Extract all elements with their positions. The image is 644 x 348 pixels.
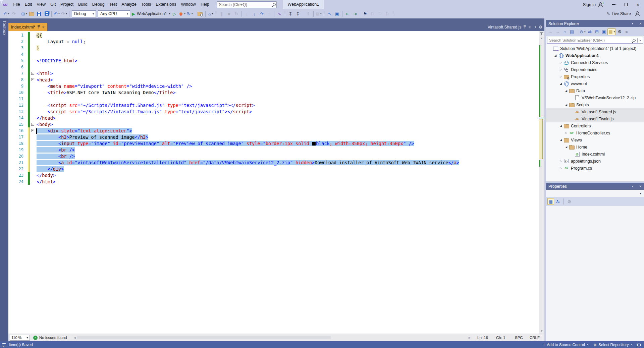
code-line-23[interactable]: 23</body> [8, 172, 539, 178]
horizontal-scrollbar[interactable]: ◀ ▶ [72, 335, 472, 340]
add-to-source-control-button[interactable]: ↑ Add to Source Control ▴ [543, 342, 588, 347]
code-line-24[interactable]: 24</html> [8, 178, 539, 185]
select-repository-button[interactable]: ◈ Select Repository ▴ [593, 342, 632, 347]
code-line-21[interactable]: 21 <a id="vintasoftWebTwainServiceInstal… [8, 159, 539, 166]
tree-item-homecontroller-cs[interactable]: ▷HomeController.cs [546, 129, 644, 136]
dom-inspect-button[interactable]: ▣ [333, 10, 341, 17]
tree-item-program-cs[interactable]: ▷Program.cs [546, 165, 644, 172]
scroll-up-arrow-icon[interactable]: ▲ [539, 36, 544, 41]
code-line-13[interactable]: 13 <script src="~/Scripts/Vintasoft.Twai… [8, 108, 539, 115]
collapsed-arrow-icon[interactable]: ▷ [558, 68, 564, 71]
tab-list-dropdown-icon[interactable]: ▾ [535, 25, 536, 28]
step-out-button[interactable]: ↑ [265, 10, 273, 17]
nav-backward-button[interactable]: ↶▾ [3, 10, 10, 17]
expanded-arrow-icon[interactable]: ◢ [564, 146, 569, 149]
tree-item-index-cshtml[interactable]: Index.cshtml [546, 151, 644, 158]
menu-tools[interactable]: Tools [139, 0, 153, 9]
code-line-3[interactable]: 3} [8, 45, 539, 51]
minimize-button[interactable] [608, 0, 620, 9]
tree-item-data[interactable]: ◢Data [546, 87, 644, 94]
menu-file[interactable]: File [11, 0, 22, 9]
menu-debug[interactable]: Debug [90, 0, 107, 9]
code-line-6[interactable]: 6 [8, 64, 539, 70]
menu-window[interactable]: Window [178, 0, 198, 9]
tree-item-views[interactable]: ◢Views [546, 136, 644, 143]
restart-application-button[interactable]: ↻▾ [186, 10, 194, 17]
menu-project[interactable]: Project [58, 0, 76, 9]
code-line-16[interactable]: 16− <div style="text-align:center"> [8, 127, 539, 134]
hot-reload-button[interactable]: ▾ [178, 10, 186, 17]
tree-item-vintasoft-shared-js[interactable]: Vintasoft.Shared.js [546, 108, 644, 115]
expanded-arrow-icon[interactable]: ◢ [564, 103, 569, 106]
preview-tab-close-icon[interactable]: × [528, 25, 531, 29]
properties-menu-icon[interactable]: ▾ [632, 185, 633, 188]
zoom-level-dropdown[interactable]: 110 % ▼ [10, 335, 30, 341]
code-line-4[interactable]: 4 [8, 51, 539, 57]
property-pages-button[interactable]: ⚙ [566, 198, 573, 205]
preview-in-browser-button[interactable]: ⌂▾ [207, 10, 214, 17]
scrollbar-track[interactable] [539, 41, 544, 329]
step-into-button[interactable]: ↓ [251, 10, 258, 17]
stop-debugging-button[interactable]: ■ [225, 10, 233, 17]
tab-close-icon[interactable]: × [42, 25, 45, 29]
tree-item-connected-services[interactable]: ▷Connected Services [546, 59, 644, 66]
start-debugging-button[interactable]: ▶WebApplication1▾ [131, 10, 171, 17]
tree-item-controllers[interactable]: ◢Controllers [546, 122, 644, 129]
format-document-button[interactable]: ⇤ [344, 10, 351, 17]
collapse-region-icon[interactable]: − [31, 123, 34, 126]
document-well-options-icon[interactable]: ⚙ [539, 25, 542, 30]
tree-item-vintasoft-twain-js[interactable]: Vintasoft.Twain.js [546, 115, 644, 122]
code-line-8[interactable]: 8−<head> [8, 76, 539, 83]
code-line-17[interactable]: 17 <h3>Preview of scanned image</h3> [8, 134, 539, 140]
scroll-down-arrow-icon[interactable]: ▼ [539, 329, 544, 334]
code-line-11[interactable]: 11 [8, 96, 539, 102]
show-all-files-button[interactable]: ▣ [600, 28, 607, 35]
close-button[interactable]: × [632, 0, 644, 9]
code-line-22[interactable]: 22 </div> [8, 166, 539, 172]
clear-bookmarks-button[interactable]: ⚐ [384, 10, 391, 17]
tree-item-properties[interactable]: ▷Properties [546, 73, 644, 80]
pin-icon[interactable] [37, 25, 40, 29]
live-share-button[interactable]: ✎ Live Share [607, 11, 631, 16]
tree-item-home[interactable]: ◢Home [546, 143, 644, 151]
quick-search-box[interactable] [217, 1, 277, 8]
preview-pin-icon[interactable] [523, 25, 526, 29]
collapsed-arrow-icon[interactable]: ▷ [558, 160, 564, 163]
prev-bookmark-button[interactable]: ⚐ [369, 10, 376, 17]
tree-item-vswebtwainservice12-2-zip[interactable]: VSWebTwainService12_2.zip [546, 94, 644, 101]
pending-changes-filter-button[interactable]: ⊙▾ [579, 28, 586, 35]
feedback-icon[interactable] [635, 11, 640, 16]
code-line-10[interactable]: 10 <title>ASP.NET Core TWAIN Scanning De… [8, 89, 539, 96]
expanded-arrow-icon[interactable]: ◢ [558, 124, 564, 127]
build-solution-button[interactable]: ↧ [294, 10, 302, 17]
tree-item-wwwroot[interactable]: ◢wwwroot [546, 80, 644, 87]
code-line-7[interactable]: 7−<html> [8, 70, 539, 76]
tab-index-cshtml[interactable]: Index.cshtml* × [8, 23, 47, 31]
menu-help[interactable]: Help [198, 0, 212, 9]
menu-test[interactable]: Test [107, 0, 119, 9]
code-line-18[interactable]: 18 <input type="image" id="previewImage"… [8, 140, 539, 147]
next-bookmark-button[interactable]: ⚐ [376, 10, 384, 17]
notifications-bell-icon[interactable] [637, 343, 641, 346]
forward-button[interactable]: → [554, 28, 561, 35]
publish-button[interactable]: ⇑ [305, 10, 312, 17]
code-editor[interactable]: 1@{2 Layout = null;3}45<!DOCTYPE html>67… [8, 31, 544, 334]
collapsed-arrow-icon[interactable]: ▷ [564, 131, 569, 134]
collapse-region-icon[interactable]: − [31, 129, 34, 132]
build-project-button[interactable]: ↧ [287, 10, 294, 17]
tree-item-solution-webapplication1-1-of-1-project[interactable]: Solution 'WebApplication1' (1 of 1 proje… [546, 45, 644, 52]
panel-close-icon[interactable]: × [639, 21, 642, 26]
step-over-button[interactable]: ↷ [258, 10, 265, 17]
toolbox-tab[interactable]: Toolbox [2, 20, 7, 341]
properties-object-dropdown[interactable]: ▼ [546, 190, 644, 197]
collapsed-arrow-icon[interactable]: ▷ [558, 167, 564, 170]
sign-in-button[interactable]: Sign in + [583, 2, 603, 7]
menu-extensions[interactable]: Extensions [153, 0, 178, 9]
select-element-button[interactable]: ↖ [326, 10, 333, 17]
scroll-left-arrow-icon[interactable]: ◀ [72, 336, 77, 339]
track-active-item-button[interactable]: ▦▾ [607, 28, 616, 35]
tree-item-webapplication1[interactable]: ◢WebApplication1 [546, 52, 644, 59]
tree-item-dependencies[interactable]: ▷Dependencies [546, 66, 644, 73]
find-in-files-button[interactable] [197, 10, 204, 17]
show-next-statement-button[interactable]: ↓ [243, 10, 251, 17]
